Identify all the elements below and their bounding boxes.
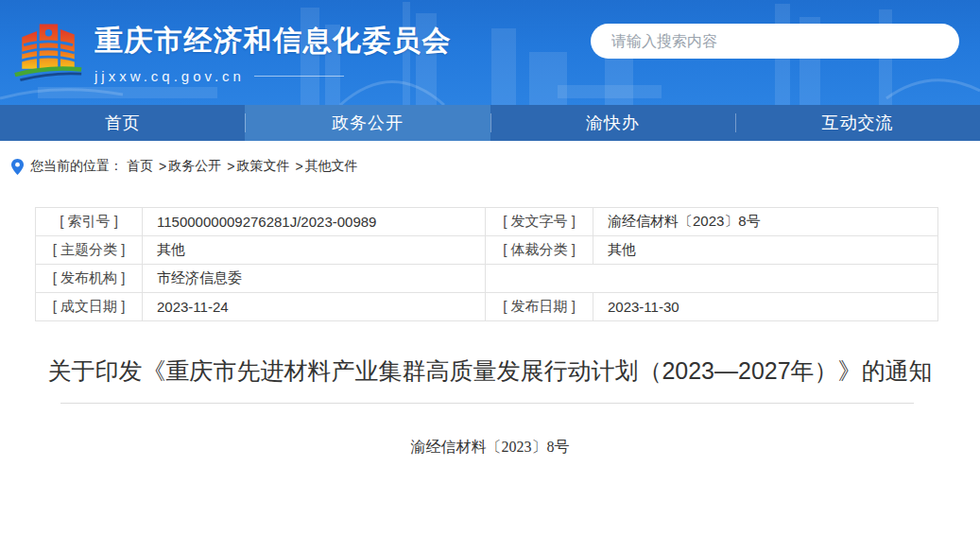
table-row: [ 索引号 ] 11500000009276281J/2023-00989 [ …: [36, 208, 938, 236]
breadcrumb-separator: >: [159, 159, 166, 174]
document-number: 渝经信材料〔2023〕8号: [0, 438, 980, 458]
nav-item-home[interactable]: 首页: [0, 105, 245, 141]
meta-value-subject-category: 其他: [143, 236, 486, 265]
title-divider: [60, 403, 914, 404]
meta-value-written-date: 2023-11-24: [143, 293, 486, 321]
meta-value-genre-category: 其他: [593, 236, 938, 265]
site-header: 重庆市经济和信息化委员会 jjxxw.cq.gov.cn: [0, 0, 980, 105]
meta-label-index-number: [ 索引号 ]: [36, 208, 143, 236]
table-row: [ 发布机构 ] 市经济信息委: [36, 265, 938, 293]
meta-label-subject-category: [ 主题分类 ]: [36, 236, 143, 265]
chongqing-emblem-icon: [13, 15, 83, 91]
location-pin-icon: [11, 159, 24, 175]
table-row: [ 成文日期 ] 2023-11-24 [ 发布日期 ] 2023-11-30: [36, 293, 938, 321]
breadcrumb-prefix: 您当前的位置：: [30, 158, 123, 175]
site-url: jjxxw.cq.gov.cn: [95, 68, 245, 84]
breadcrumb: 您当前的位置： 首页 > 政务公开 > 政策文件 > 其他文件: [11, 157, 980, 176]
nav-item-yukuaiban[interactable]: 渝快办: [490, 105, 735, 141]
page-title: 关于印发《重庆市先进材料产业集群高质量发展行动计划（2023—2027年）》的通…: [38, 353, 942, 389]
meta-label-publish-date: [ 发布日期 ]: [486, 293, 593, 321]
meta-value-index-number: 11500000009276281J/2023-00989: [143, 208, 486, 236]
meta-label-genre-category: [ 体裁分类 ]: [486, 236, 593, 265]
document-meta-table: [ 索引号 ] 11500000009276281J/2023-00989 [ …: [35, 207, 938, 321]
site-name: 重庆市经济和信息化委员会: [95, 22, 452, 61]
nav-item-interaction[interactable]: 互动交流: [735, 105, 980, 141]
meta-value-document-number: 渝经信材料〔2023〕8号: [593, 208, 938, 236]
breadcrumb-item-government-affairs[interactable]: 政务公开: [168, 158, 221, 175]
breadcrumb-item-policy-documents[interactable]: 政策文件: [236, 158, 289, 175]
meta-label-written-date: [ 成文日期 ]: [36, 293, 143, 321]
search-input[interactable]: [591, 24, 959, 59]
main-nav: 首页 政务公开 渝快办 互动交流: [0, 105, 980, 141]
nav-item-government-affairs[interactable]: 政务公开: [245, 105, 490, 141]
site-logo-link[interactable]: 重庆市经济和信息化委员会 jjxxw.cq.gov.cn: [13, 15, 452, 91]
url-underline-decoration: [254, 76, 344, 77]
meta-label-document-number: [ 发文字号 ]: [486, 208, 593, 236]
breadcrumb-separator: >: [295, 159, 302, 174]
breadcrumb-separator: >: [227, 159, 234, 174]
breadcrumb-item-home[interactable]: 首页: [127, 158, 153, 175]
table-row: [ 主题分类 ] 其他 [ 体裁分类 ] 其他: [36, 236, 938, 265]
meta-value-publish-date: 2023-11-30: [593, 293, 938, 321]
meta-value-issuing-agency: 市经济信息委: [143, 265, 486, 293]
breadcrumb-item-other-documents[interactable]: 其他文件: [305, 158, 358, 175]
meta-empty-cell: [486, 265, 938, 293]
meta-label-issuing-agency: [ 发布机构 ]: [36, 265, 143, 293]
